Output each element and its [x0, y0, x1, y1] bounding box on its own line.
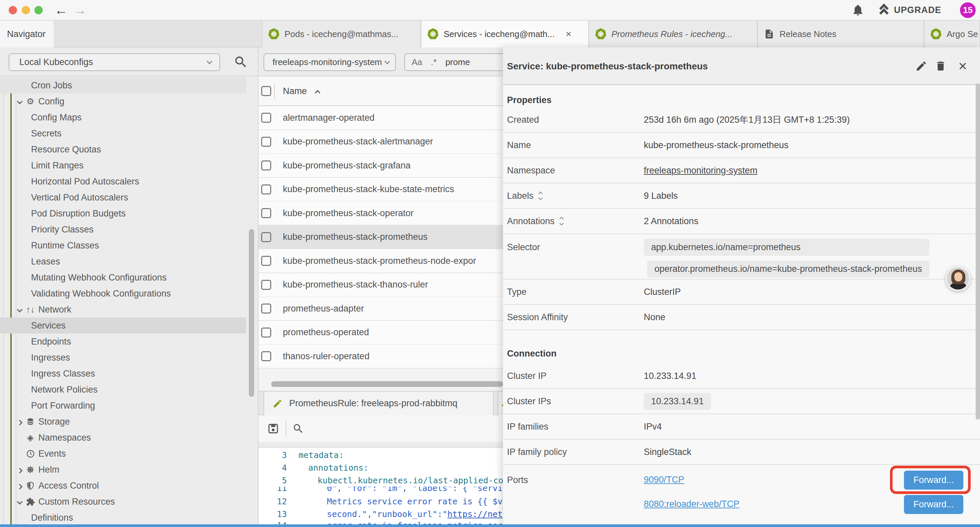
row-checkbox[interactable] — [261, 304, 271, 314]
sidebar-item-custom-resources[interactable]: Custom Resources — [0, 494, 246, 509]
sidebar-item-pod-disruption-budgets[interactable]: Pod Disruption Budgets — [0, 205, 246, 221]
sidebar-item-leases[interactable]: Leases — [0, 253, 246, 269]
forward-button[interactable]: Forward... — [904, 471, 963, 490]
sidebar-item-events[interactable]: Events — [0, 446, 246, 462]
row-checkbox[interactable] — [261, 232, 271, 242]
sidebar-search-button[interactable] — [234, 55, 248, 69]
tab-services[interactable]: Services - icecheng@math...× — [421, 21, 589, 47]
tab-release[interactable]: Release Notes — [757, 21, 924, 47]
chevron-right-icon[interactable] — [17, 484, 23, 489]
port-link[interactable]: 8080:reloader-web/TCP — [644, 499, 740, 509]
sidebar-item-services[interactable]: Services — [0, 318, 246, 334]
sidebar-item-port-forwarding[interactable]: Port Forwarding — [0, 398, 246, 414]
sidebar-item-config[interactable]: ⚙Config — [0, 93, 246, 110]
row-checkbox[interactable] — [261, 137, 271, 147]
sidebar-item-network[interactable]: ↑↓Network — [0, 301, 246, 318]
close-window-button[interactable] — [9, 6, 17, 14]
forward-button[interactable]: Forward... — [904, 495, 963, 514]
sidebar-item-cron-jobs[interactable]: Cron Jobs — [0, 77, 246, 93]
table-row[interactable]: kube-prometheus-stack-thanos-ruler — [259, 273, 503, 297]
sidebar-item-ingresses[interactable]: Ingresses — [0, 350, 246, 366]
chevron-down-icon[interactable] — [17, 99, 23, 104]
name-column-header[interactable]: Name — [283, 76, 320, 106]
table-row[interactable]: kube-prometheus-stack-prometheus-node-ex… — [259, 249, 503, 273]
sidebar-item-vertical-pod-autoscalers[interactable]: Vertical Pod Autoscalers — [0, 189, 246, 205]
yaml-editor[interactable]: 3metadata:4annotations:5kubectl.kubernet… — [259, 447, 503, 527]
row-checkbox[interactable] — [261, 256, 271, 266]
port-link[interactable]: 9090/TCP — [644, 474, 684, 485]
upgrade-button[interactable]: UPGRADE — [879, 0, 941, 20]
editor-tab[interactable]: PrometheusRule: freeleaps-prod-rabbitmq — [264, 392, 494, 415]
close-tab-icon[interactable]: × — [566, 29, 572, 40]
editor-search-icon[interactable] — [292, 423, 304, 435]
sidebar-item-validating-webhook-configurations[interactable]: Validating Webhook Configurations — [0, 285, 246, 301]
chevron-down-icon[interactable] — [17, 307, 23, 312]
kubeconfig-selector[interactable]: Local Kubeconfigs — [9, 53, 220, 71]
save-icon[interactable] — [267, 422, 280, 435]
table-row[interactable]: alertmanager-operated — [259, 106, 503, 130]
table-row[interactable]: kube-prometheus-stack-grafana — [259, 154, 503, 178]
row-checkbox[interactable] — [261, 113, 271, 123]
navigator-tab[interactable]: Navigator — [0, 21, 54, 47]
sidebar-item-config-maps[interactable]: Config Maps — [0, 110, 246, 126]
tab-prometheus[interactable]: Prometheus Rules - icecheng... — [589, 21, 757, 47]
select-all-checkbox[interactable] — [261, 86, 271, 96]
horizontal-scrollbar[interactable] — [271, 381, 503, 387]
sidebar-item-endpoints[interactable]: Endpoints — [0, 334, 246, 350]
sidebar-item-priority-classes[interactable]: Priority Classes — [0, 221, 246, 237]
chevron-right-icon[interactable] — [17, 468, 23, 473]
table-row[interactable]: kube-prometheus-stack-kube-state-metrics — [259, 178, 503, 202]
sidebar-item-definitions[interactable]: Definitions — [0, 509, 246, 525]
namespace-filter-dropdown[interactable]: freeleaps-monitoring-system — [264, 53, 396, 71]
sidebar-item-horizontal-pod-autoscalers[interactable]: Horizontal Pod Autoscalers — [0, 174, 246, 189]
notifications-button[interactable] — [851, 0, 865, 20]
case-sensitive-toggle[interactable]: Aa — [412, 57, 422, 67]
sort-toggle-icon[interactable] — [560, 218, 563, 225]
namespace-link[interactable]: freeleaps-monitoring-system — [644, 166, 757, 176]
sidebar-item-secrets[interactable]: Secrets — [0, 126, 246, 142]
sidebar-item-ingress-classes[interactable]: Ingress Classes — [0, 366, 246, 382]
minimize-window-button[interactable] — [22, 6, 30, 14]
table-row[interactable]: kube-prometheus-stack-prometheus — [259, 226, 503, 250]
sidebar-item-limit-ranges[interactable]: Limit Ranges — [0, 158, 246, 174]
notification-count-badge[interactable]: 15 — [960, 2, 976, 18]
sidebar-scrollbar[interactable] — [249, 229, 254, 397]
detail-scrollbar[interactable] — [976, 83, 980, 420]
row-checkbox[interactable] — [261, 161, 271, 170]
table-row[interactable]: prometheus-operated — [259, 321, 503, 345]
table-row[interactable]: kube-prometheus-stack-alertmanager — [259, 130, 503, 154]
table-row[interactable]: thanos-ruler-operated — [259, 345, 503, 369]
sidebar-item-resource-quotas[interactable]: Resource Quotas — [0, 142, 246, 158]
sidebar-item-runtime-classes[interactable]: Runtime Classes — [0, 237, 246, 253]
tab-pods[interactable]: Pods - icecheng@mathmas... — [262, 21, 421, 47]
row-checkbox[interactable] — [261, 185, 271, 194]
table-row[interactable]: prometheus-adapter — [259, 297, 503, 321]
delete-icon[interactable] — [933, 59, 948, 73]
tab-bar: Navigator Pods - icecheng@mathmas...Serv… — [0, 21, 980, 47]
sidebar-item-storage[interactable]: Storage — [0, 414, 246, 430]
row-checkbox[interactable] — [261, 351, 271, 361]
close-icon[interactable]: × — [955, 59, 970, 73]
maximize-window-button[interactable] — [34, 6, 43, 14]
editor-tab-partial[interactable] — [498, 392, 503, 415]
name-search-input[interactable]: Aa .* prome — [404, 53, 503, 71]
row-checkbox[interactable] — [261, 280, 271, 290]
table-row[interactable]: kube-prometheus-stack-operator — [259, 201, 503, 226]
forward-icon[interactable]: → — [73, 2, 87, 18]
sidebar-item-namespaces[interactable]: ◈Namespaces — [0, 430, 246, 446]
regex-toggle[interactable]: .* — [431, 57, 437, 67]
tab-argo[interactable]: Argo Se — [924, 21, 980, 47]
sidebar-item-access-control[interactable]: Access Control — [0, 478, 246, 494]
sidebar-item-mutating-webhook-configurations[interactable]: Mutating Webhook Configurations — [0, 269, 246, 285]
sidebar-item-network-policies[interactable]: Network Policies — [0, 382, 246, 398]
row-checkbox[interactable] — [261, 328, 271, 338]
service-name: kube-prometheus-stack-operator — [283, 208, 414, 218]
assistant-avatar[interactable] — [945, 266, 970, 291]
chevron-right-icon[interactable] — [17, 420, 23, 425]
back-icon[interactable]: ← — [54, 2, 68, 18]
edit-icon[interactable] — [914, 59, 929, 73]
row-checkbox[interactable] — [261, 208, 271, 218]
sort-toggle-icon[interactable] — [539, 192, 542, 199]
sidebar-item-helm[interactable]: Helm — [0, 462, 246, 478]
chevron-down-icon[interactable] — [17, 498, 23, 504]
